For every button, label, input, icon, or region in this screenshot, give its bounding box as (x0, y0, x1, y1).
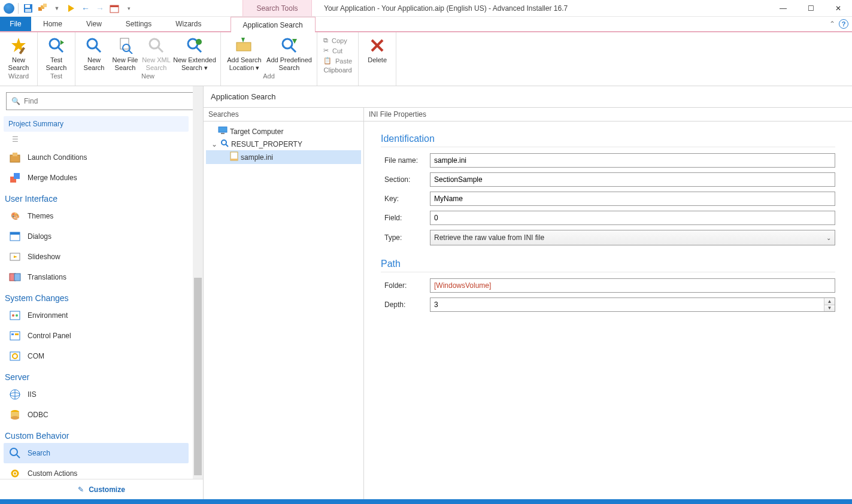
chevron-down-icon[interactable]: ⌄ (211, 140, 218, 148)
svg-rect-46 (15, 333, 19, 335)
nav-slideshow[interactable]: Slideshow (4, 247, 189, 267)
collapse-ribbon-icon[interactable]: ⌃ (829, 20, 835, 28)
svg-rect-32 (13, 153, 17, 156)
calendar-icon[interactable] (108, 2, 120, 14)
tab-settings[interactable]: Settings (114, 17, 163, 31)
nav-custom-actions[interactable]: Custom Actions (4, 463, 189, 479)
delete-button[interactable]: Delete (362, 34, 392, 71)
add-search-location-button[interactable]: Add SearchLocation ▾ (225, 34, 264, 71)
nav-control-panel[interactable]: Control Panel (4, 326, 189, 346)
field-input[interactable] (430, 211, 835, 225)
forward-icon[interactable]: → (94, 2, 106, 14)
nav-odbc[interactable]: ODBC (4, 405, 189, 425)
spin-up-icon[interactable]: ▲ (824, 298, 835, 305)
depth-input[interactable] (430, 298, 824, 311)
folder-input[interactable] (430, 278, 835, 293)
minimize-button[interactable]: — (769, 0, 797, 16)
new-search-button[interactable]: NewSearch (79, 34, 109, 71)
translate-icon (8, 271, 22, 284)
tab-home[interactable]: Home (31, 17, 74, 31)
tab-wizards[interactable]: Wizards (163, 17, 213, 31)
svg-rect-1 (25, 5, 30, 8)
find-box[interactable]: 🔍 (6, 92, 197, 110)
test-search-button[interactable]: TestSearch (41, 34, 71, 71)
back-icon[interactable]: ← (80, 2, 92, 14)
nav-merge-modules[interactable]: Merge Modules (4, 168, 189, 188)
page-title: Application Search (204, 86, 852, 108)
key-input[interactable] (430, 192, 835, 206)
help-icon[interactable]: ? (839, 19, 848, 29)
nav-search[interactable]: Search (4, 443, 189, 463)
new-file-search-button[interactable]: New FileSearch (110, 34, 140, 71)
svg-rect-36 (10, 232, 20, 235)
run-icon[interactable] (65, 2, 77, 14)
ini-file-icon (230, 151, 238, 163)
find-input[interactable] (24, 97, 192, 105)
tab-view[interactable]: View (74, 17, 114, 31)
section-input[interactable] (430, 172, 835, 187)
tree-sample-ini[interactable]: sample.ini (206, 150, 361, 164)
scrollbar-track[interactable] (193, 86, 203, 479)
scrollbar-thumb[interactable] (194, 278, 202, 475)
nav-com[interactable]: COM (4, 346, 189, 366)
add-predefined-search-button[interactable]: Add PredefinedSearch (265, 34, 313, 71)
status-bar (0, 499, 852, 504)
path-heading: Path (381, 259, 835, 269)
ribbon-group-test: TestSearch Test (38, 32, 75, 86)
new-extended-search-button[interactable]: New ExtendedSearch ▾ (172, 34, 217, 71)
control-panel-icon (8, 329, 22, 342)
nav-divider-item: ☰ (4, 132, 189, 147)
svg-line-12 (58, 47, 63, 52)
ribbon-group-label: Clipboard (321, 65, 354, 76)
svg-point-55 (10, 448, 17, 456)
type-dropdown[interactable]: Retrieve the raw value from INI file ⌄ (430, 230, 835, 245)
type-label: Type: (381, 233, 430, 242)
build-icon[interactable] (37, 2, 48, 14)
close-button[interactable]: ✕ (824, 0, 852, 16)
window-title: Your Application - Your Application.aip … (312, 4, 769, 13)
svg-rect-16 (120, 38, 129, 49)
nav-project-summary[interactable]: Project Summary (4, 116, 189, 132)
tree-result-property[interactable]: ⌄ RESULT_PROPERTY (206, 138, 361, 150)
svg-rect-59 (219, 127, 227, 132)
nav-dialogs[interactable]: Dialogs (4, 226, 189, 247)
nav-section-custom: Custom Behavior (5, 431, 189, 441)
spin-down-icon[interactable]: ▼ (824, 305, 835, 312)
box-icon (8, 151, 22, 164)
app-icon (4, 3, 14, 14)
file-tab[interactable]: File (0, 17, 31, 31)
nav-environment[interactable]: Environment (4, 305, 189, 326)
svg-point-58 (14, 472, 16, 475)
file-name-input[interactable] (430, 153, 835, 168)
qa-overflow-icon[interactable]: ▾ (123, 2, 135, 14)
nav-tree: Project Summary ☰ Launch Conditions Merg… (0, 116, 203, 479)
svg-rect-40 (14, 274, 20, 281)
gear-icon (8, 467, 22, 479)
ribbon-group-label (362, 71, 392, 82)
depth-spinner[interactable]: ▲ ▼ (430, 297, 835, 312)
svg-rect-8 (110, 5, 119, 7)
tree-target-computer[interactable]: Target Computer (206, 125, 361, 138)
nav-iis[interactable]: IIS (4, 384, 189, 405)
cut-button: ✂Cut (321, 46, 354, 55)
window-controls: — ☐ ✕ (769, 0, 852, 16)
svg-point-43 (16, 314, 18, 317)
customize-button[interactable]: ✎ Customize (0, 479, 203, 499)
tab-application-search[interactable]: Application Search (231, 17, 316, 32)
key-label: Key: (381, 195, 430, 203)
svg-rect-44 (10, 332, 20, 340)
save-icon[interactable] (22, 2, 34, 14)
com-icon (8, 350, 22, 363)
depth-label: Depth: (381, 300, 430, 309)
svg-marker-6 (68, 5, 74, 12)
qa-dropdown-icon[interactable]: ▼ (51, 2, 63, 14)
svg-rect-24 (237, 42, 251, 51)
svg-rect-41 (10, 311, 20, 320)
nav-launch-conditions[interactable]: Launch Conditions (4, 147, 189, 168)
new-search-wizard-button[interactable]: NewSearch (4, 34, 34, 71)
delete-icon (368, 36, 387, 55)
nav-themes[interactable]: 🎨Themes (4, 206, 189, 226)
maximize-button[interactable]: ☐ (797, 0, 824, 16)
nav-translations[interactable]: Translations (4, 267, 189, 287)
cut-icon: ✂ (323, 47, 329, 54)
